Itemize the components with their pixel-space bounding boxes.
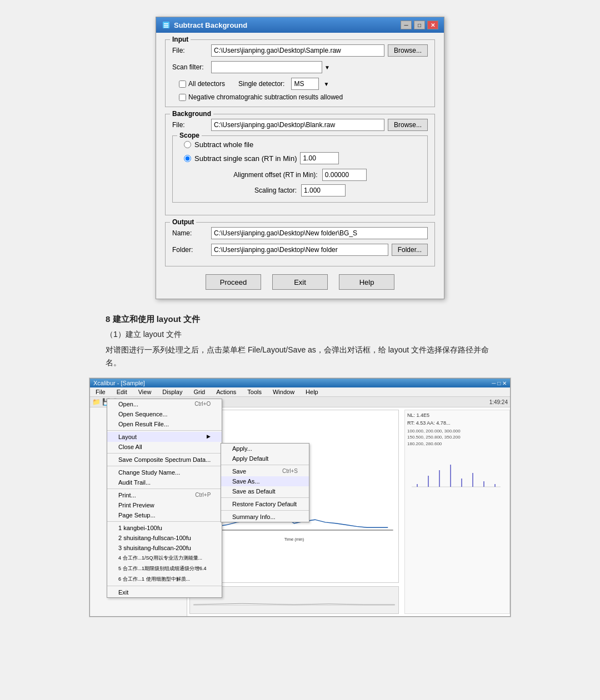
sw-main: Open... Ctrl+O Open Sequence... Open Res… — [90, 407, 510, 616]
single-scan-value-input[interactable] — [300, 152, 339, 164]
ctx-recent3[interactable]: 3 shuisitang-fullscan-200fu — [107, 543, 187, 553]
output-group: Output Name: Folder: Folder... — [165, 222, 435, 266]
help-button[interactable]: Help — [339, 274, 394, 290]
section-subheading: （1）建立 layout 文件 — [106, 328, 494, 340]
ctx-open-result[interactable]: Open Result File... — [107, 419, 187, 429]
sw-menu-actions[interactable]: Actions — [214, 389, 238, 395]
sw-menu-edit[interactable]: Edit — [114, 389, 129, 395]
alignment-input[interactable] — [322, 169, 367, 181]
ctx-audit-trail[interactable]: Audit Trail... — [107, 477, 187, 487]
negative-row: Negative chromatograhic subtraction resu… — [172, 93, 428, 101]
sw-menu-grid[interactable]: Grid — [191, 389, 207, 395]
sw-menu-tools[interactable]: Tools — [245, 389, 264, 395]
close-button[interactable]: ✕ — [427, 21, 438, 29]
scan-filter-input[interactable] — [211, 61, 322, 73]
ctx-sep1 — [107, 430, 187, 431]
ctx-recent2[interactable]: 2 shuisitang-fullscan-100fu — [107, 533, 187, 543]
right-panel-content: NL: 1.4E5 RT: 4.53 AA: 4.78... 100.000, … — [406, 411, 508, 448]
bg-file-input[interactable] — [211, 119, 384, 131]
background-group-label: Background — [170, 110, 213, 118]
output-name-input[interactable] — [211, 227, 428, 239]
bg-browse-button[interactable]: Browse... — [388, 119, 428, 131]
exit-button[interactable]: Exit — [272, 274, 328, 290]
whole-file-label: Subtract whole file — [194, 140, 253, 149]
output-folder-input[interactable] — [211, 244, 388, 256]
sub-restore[interactable]: Restore Factory Default — [221, 499, 309, 509]
maximize-button[interactable]: □ — [414, 21, 425, 29]
sub-apply[interactable]: Apply... — [221, 444, 309, 454]
section-paragraph: 对谱图进行一系列处理之后，点击菜单栏 File/Layout/Save as，会… — [106, 344, 494, 369]
folder-button[interactable]: Folder... — [392, 244, 428, 256]
sub-save-default[interactable]: Save as Default — [221, 486, 309, 496]
sw-menu-file[interactable]: File — [93, 389, 108, 395]
ctx-close-all[interactable]: Close All — [107, 442, 187, 452]
output-folder-label: Folder: — [172, 246, 211, 254]
sw-title-bar: Xcalibur - [Sample] ─ □ ✕ — [90, 379, 510, 387]
proceed-button[interactable]: Proceed — [206, 274, 261, 290]
whole-file-radio[interactable] — [184, 141, 191, 148]
single-scan-label: Subtract single scan (RT in Min) — [194, 154, 297, 163]
output-group-label: Output — [170, 218, 196, 226]
sw-right-panel: NL: 1.4E5 RT: 4.53 AA: 4.78... 100.000, … — [404, 410, 510, 614]
ctx-recent5[interactable]: 5 合工作...1期限级别组成细通级分增6.4 — [107, 563, 187, 574]
software-screenshot: Xcalibur - [Sample] ─ □ ✕ File Edit View… — [89, 378, 511, 617]
sw-toolbar-icon1: 📁 — [92, 398, 101, 406]
ctx-recent1[interactable]: 1 kangbei-100fu — [107, 523, 187, 533]
ctx-print-preview[interactable]: Print Preview — [107, 500, 187, 510]
ctx-layout[interactable]: Layout ▶ — [107, 432, 187, 442]
sub-summary[interactable]: Summary Info... — [221, 512, 309, 522]
scan-filter-label: Scan filter: — [172, 63, 211, 71]
sw-menu-view[interactable]: View — [136, 389, 154, 395]
subtract-background-dialog: Subtract Background ─ □ ✕ Input File: Br… — [156, 17, 444, 299]
ctx-open-sequence[interactable]: Open Sequence... — [107, 409, 187, 419]
negative-checkbox-label: Negative chromatograhic subtraction resu… — [179, 93, 428, 101]
ctx-save-composite[interactable]: Save Composite Spectrum Data... — [107, 455, 187, 465]
input-group-label: Input — [170, 36, 191, 43]
ctx-print[interactable]: Print... Ctrl+P — [107, 490, 187, 500]
sw-menubar: File Edit View Display Grid Actions Tool… — [90, 387, 510, 397]
whole-file-radio-row: Subtract whole file — [179, 140, 421, 149]
scaling-row: Scaling factor: — [179, 184, 421, 197]
single-scan-radio[interactable] — [184, 155, 191, 162]
ctx-change-study[interactable]: Change Study Name... — [107, 467, 187, 477]
section-heading: 8 建立和使用 layout 文件 — [106, 313, 494, 326]
negative-checkbox[interactable] — [179, 94, 186, 101]
minimize-button[interactable]: ─ — [401, 21, 412, 29]
alignment-label: Alignment offset (RT in Min): — [233, 171, 317, 179]
background-group: Background File: Browse... Scope Subtrac… — [165, 114, 435, 215]
sw-menu-window[interactable]: Window — [271, 389, 297, 395]
text-section: 8 建立和使用 layout 文件 （1）建立 layout 文件 对谱图进行一… — [106, 313, 494, 369]
browse-button[interactable]: Browse... — [388, 44, 428, 57]
all-detectors-checkbox-label: All detectors — [179, 80, 225, 88]
sub-save-as[interactable]: Save As... — [221, 476, 309, 486]
ctx-recent6[interactable]: 6 合工作...1 使用细胞型中解质... — [107, 574, 187, 585]
spectrum-info2: RT: 4.53 AA: 4.78... — [407, 420, 507, 426]
spectrum-info: NL: 1.4E5 — [407, 412, 507, 418]
ctx-sep4 — [107, 489, 187, 489]
sw-title: Xcalibur - [Sample] — [93, 380, 145, 386]
scope-group: Scope Subtract whole file Subtract singl… — [172, 135, 428, 203]
detector-row: All detectors Single detector: ▼ — [172, 78, 428, 90]
all-detectors-checkbox[interactable] — [179, 80, 186, 88]
sw-time-display: 1:49:24 — [489, 399, 508, 405]
ctx-page-setup[interactable]: Page Setup... — [107, 510, 187, 520]
spectrum-detail: 100.000, 200.000, 300.000 150.500, 250.8… — [407, 428, 507, 447]
dropdown-arrow-icon: ▼ — [324, 64, 330, 70]
ctx-recent4[interactable]: 4 合工作...1/SQ用以专业活力测能量... — [107, 553, 187, 563]
single-detector-input[interactable] — [291, 78, 319, 90]
window-controls: ─ □ ✕ — [401, 21, 438, 29]
scaling-input[interactable] — [301, 184, 346, 197]
alignment-row: Alignment offset (RT in Min): — [179, 169, 421, 181]
sub-save[interactable]: Save Ctrl+S — [221, 466, 309, 476]
ctx-sep3 — [107, 466, 187, 466]
svg-rect-2 — [164, 23, 168, 24]
ctx-exit[interactable]: Exit — [107, 587, 187, 597]
all-detectors-label: All detectors — [188, 80, 225, 88]
file-input[interactable] — [211, 44, 384, 57]
sub-apply-default[interactable]: Apply Default — [221, 454, 309, 464]
sw-menu-help[interactable]: Help — [303, 389, 321, 395]
sw-menu-display[interactable]: Display — [160, 389, 184, 395]
dialog-body: Input File: Browse... Scan filter: ▼ All… — [156, 33, 444, 299]
layout-submenu: Apply... Apply Default Save Ctrl+S Save … — [221, 443, 309, 522]
sub-sep3 — [221, 510, 309, 511]
